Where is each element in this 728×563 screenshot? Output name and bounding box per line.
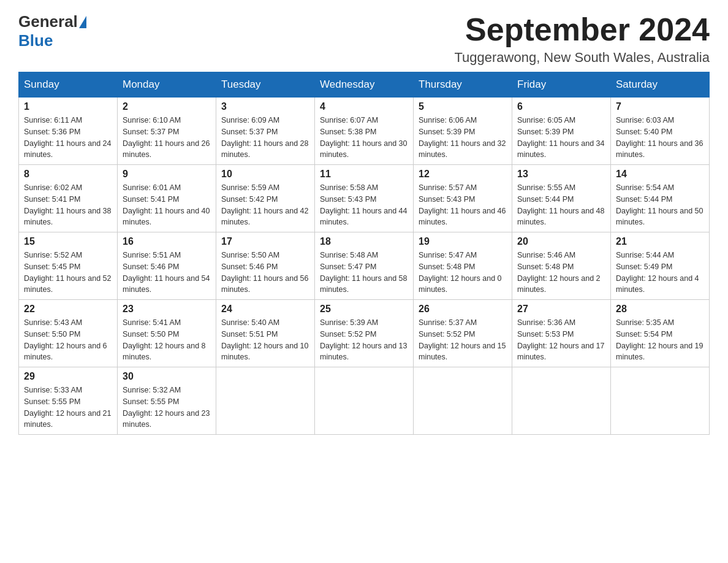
- calendar-cell: 3Sunrise: 6:09 AMSunset: 5:37 PMDaylight…: [216, 98, 315, 165]
- logo-general-text: General: [18, 12, 78, 31]
- calendar-cell: 24Sunrise: 5:40 AMSunset: 5:51 PMDayligh…: [216, 300, 315, 367]
- day-number: 12: [419, 169, 507, 180]
- calendar-cell: 29Sunrise: 5:33 AMSunset: 5:55 PMDayligh…: [19, 367, 118, 435]
- calendar-cell: 12Sunrise: 5:57 AMSunset: 5:43 PMDayligh…: [414, 165, 512, 232]
- calendar-week-row: 15Sunrise: 5:52 AMSunset: 5:45 PMDayligh…: [19, 232, 710, 300]
- calendar-cell: 13Sunrise: 5:55 AMSunset: 5:44 PMDayligh…: [512, 165, 611, 232]
- day-number: 4: [320, 101, 408, 112]
- day-info: Sunrise: 5:32 AMSunset: 5:55 PMDaylight:…: [123, 385, 211, 431]
- calendar-cell: 6Sunrise: 6:05 AMSunset: 5:39 PMDaylight…: [512, 98, 611, 165]
- calendar-cell: 17Sunrise: 5:50 AMSunset: 5:46 PMDayligh…: [216, 232, 315, 300]
- day-info: Sunrise: 5:57 AMSunset: 5:43 PMDaylight:…: [419, 182, 507, 228]
- day-number: 28: [616, 304, 704, 315]
- location-title: Tuggerawong, New South Wales, Australia: [454, 50, 710, 66]
- calendar-cell: 27Sunrise: 5:36 AMSunset: 5:53 PMDayligh…: [512, 300, 611, 367]
- calendar-cell: [315, 367, 414, 435]
- calendar-week-row: 8Sunrise: 6:02 AMSunset: 5:41 PMDaylight…: [19, 165, 710, 232]
- calendar-cell: 9Sunrise: 6:01 AMSunset: 5:41 PMDaylight…: [118, 165, 216, 232]
- day-number: 9: [123, 169, 211, 180]
- day-info: Sunrise: 5:37 AMSunset: 5:52 PMDaylight:…: [419, 317, 507, 363]
- day-info: Sunrise: 5:55 AMSunset: 5:44 PMDaylight:…: [517, 182, 605, 228]
- calendar-week-row: 29Sunrise: 5:33 AMSunset: 5:55 PMDayligh…: [19, 367, 710, 435]
- logo: General Blue: [18, 12, 88, 50]
- day-info: Sunrise: 5:44 AMSunset: 5:49 PMDaylight:…: [616, 250, 704, 296]
- calendar-cell: 21Sunrise: 5:44 AMSunset: 5:49 PMDayligh…: [611, 232, 710, 300]
- day-number: 26: [419, 304, 507, 315]
- calendar-cell: 4Sunrise: 6:07 AMSunset: 5:38 PMDaylight…: [315, 98, 414, 165]
- calendar-cell: 5Sunrise: 6:06 AMSunset: 5:39 PMDaylight…: [414, 98, 512, 165]
- calendar-week-row: 1Sunrise: 6:11 AMSunset: 5:36 PMDaylight…: [19, 98, 710, 165]
- calendar-cell: 11Sunrise: 5:58 AMSunset: 5:43 PMDayligh…: [315, 165, 414, 232]
- day-number: 10: [221, 169, 309, 180]
- day-number: 13: [517, 169, 605, 180]
- calendar-cell: 20Sunrise: 5:46 AMSunset: 5:48 PMDayligh…: [512, 232, 611, 300]
- day-info: Sunrise: 5:35 AMSunset: 5:54 PMDaylight:…: [616, 317, 704, 363]
- calendar-day-header: Friday: [512, 72, 611, 98]
- calendar-cell: 15Sunrise: 5:52 AMSunset: 5:45 PMDayligh…: [19, 232, 118, 300]
- calendar-cell: 19Sunrise: 5:47 AMSunset: 5:48 PMDayligh…: [414, 232, 512, 300]
- day-number: 15: [24, 236, 112, 247]
- calendar-cell: 28Sunrise: 5:35 AMSunset: 5:54 PMDayligh…: [611, 300, 710, 367]
- day-info: Sunrise: 5:48 AMSunset: 5:47 PMDaylight:…: [320, 250, 408, 296]
- calendar-cell: 30Sunrise: 5:32 AMSunset: 5:55 PMDayligh…: [118, 367, 216, 435]
- calendar-day-header: Saturday: [611, 72, 710, 98]
- calendar-day-header: Tuesday: [216, 72, 315, 98]
- calendar-cell: [512, 367, 611, 435]
- page-header: General Blue September 2024 Tuggerawong,…: [18, 12, 710, 66]
- calendar-day-header: Thursday: [414, 72, 512, 98]
- day-number: 30: [123, 371, 211, 382]
- day-number: 20: [517, 236, 605, 247]
- calendar-header-row: SundayMondayTuesdayWednesdayThursdayFrid…: [19, 72, 710, 98]
- calendar-cell: 22Sunrise: 5:43 AMSunset: 5:50 PMDayligh…: [19, 300, 118, 367]
- day-info: Sunrise: 5:50 AMSunset: 5:46 PMDaylight:…: [221, 250, 309, 296]
- calendar-cell: 8Sunrise: 6:02 AMSunset: 5:41 PMDaylight…: [19, 165, 118, 232]
- day-number: 25: [320, 304, 408, 315]
- day-number: 1: [24, 101, 112, 112]
- calendar-week-row: 22Sunrise: 5:43 AMSunset: 5:50 PMDayligh…: [19, 300, 710, 367]
- day-number: 17: [221, 236, 309, 247]
- day-info: Sunrise: 6:09 AMSunset: 5:37 PMDaylight:…: [221, 115, 309, 161]
- day-number: 6: [517, 101, 605, 112]
- calendar-day-header: Monday: [118, 72, 216, 98]
- day-info: Sunrise: 5:58 AMSunset: 5:43 PMDaylight:…: [320, 182, 408, 228]
- day-info: Sunrise: 5:46 AMSunset: 5:48 PMDaylight:…: [517, 250, 605, 296]
- calendar-cell: 16Sunrise: 5:51 AMSunset: 5:46 PMDayligh…: [118, 232, 216, 300]
- calendar-cell: [611, 367, 710, 435]
- day-number: 24: [221, 304, 309, 315]
- calendar-cell: 14Sunrise: 5:54 AMSunset: 5:44 PMDayligh…: [611, 165, 710, 232]
- day-number: 27: [517, 304, 605, 315]
- day-info: Sunrise: 6:11 AMSunset: 5:36 PMDaylight:…: [24, 115, 112, 161]
- day-info: Sunrise: 5:43 AMSunset: 5:50 PMDaylight:…: [24, 317, 112, 363]
- day-info: Sunrise: 5:54 AMSunset: 5:44 PMDaylight:…: [616, 182, 704, 228]
- calendar-day-header: Wednesday: [315, 72, 414, 98]
- calendar-cell: 26Sunrise: 5:37 AMSunset: 5:52 PMDayligh…: [414, 300, 512, 367]
- day-info: Sunrise: 5:51 AMSunset: 5:46 PMDaylight:…: [123, 250, 211, 296]
- calendar-cell: 1Sunrise: 6:11 AMSunset: 5:36 PMDaylight…: [19, 98, 118, 165]
- day-info: Sunrise: 5:36 AMSunset: 5:53 PMDaylight:…: [517, 317, 605, 363]
- day-info: Sunrise: 6:05 AMSunset: 5:39 PMDaylight:…: [517, 115, 605, 161]
- calendar-cell: 7Sunrise: 6:03 AMSunset: 5:40 PMDaylight…: [611, 98, 710, 165]
- calendar-cell: [414, 367, 512, 435]
- calendar-cell: 2Sunrise: 6:10 AMSunset: 5:37 PMDaylight…: [118, 98, 216, 165]
- calendar-cell: 10Sunrise: 5:59 AMSunset: 5:42 PMDayligh…: [216, 165, 315, 232]
- day-number: 22: [24, 304, 112, 315]
- day-number: 23: [123, 304, 211, 315]
- day-number: 5: [419, 101, 507, 112]
- day-number: 19: [419, 236, 507, 247]
- day-number: 21: [616, 236, 704, 247]
- day-info: Sunrise: 5:47 AMSunset: 5:48 PMDaylight:…: [419, 250, 507, 296]
- day-info: Sunrise: 6:03 AMSunset: 5:40 PMDaylight:…: [616, 115, 704, 161]
- calendar-day-header: Sunday: [19, 72, 118, 98]
- day-info: Sunrise: 5:33 AMSunset: 5:55 PMDaylight:…: [24, 385, 112, 431]
- day-info: Sunrise: 6:01 AMSunset: 5:41 PMDaylight:…: [123, 182, 211, 228]
- calendar-cell: 25Sunrise: 5:39 AMSunset: 5:52 PMDayligh…: [315, 300, 414, 367]
- day-number: 29: [24, 371, 112, 382]
- day-info: Sunrise: 5:39 AMSunset: 5:52 PMDaylight:…: [320, 317, 408, 363]
- calendar-cell: [216, 367, 315, 435]
- day-info: Sunrise: 5:41 AMSunset: 5:50 PMDaylight:…: [123, 317, 211, 363]
- day-number: 16: [123, 236, 211, 247]
- calendar-table: SundayMondayTuesdayWednesdayThursdayFrid…: [18, 72, 710, 435]
- day-info: Sunrise: 5:59 AMSunset: 5:42 PMDaylight:…: [221, 182, 309, 228]
- day-info: Sunrise: 6:10 AMSunset: 5:37 PMDaylight:…: [123, 115, 211, 161]
- logo-triangle-icon: [79, 16, 86, 28]
